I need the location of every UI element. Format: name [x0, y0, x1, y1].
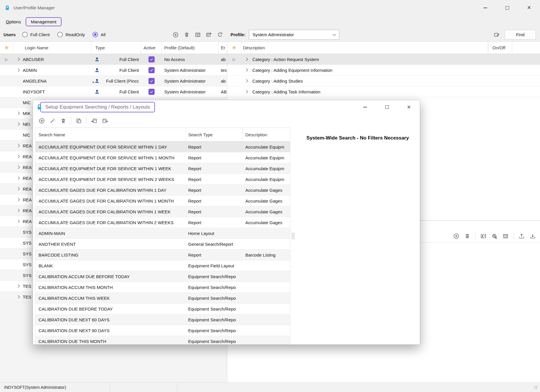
profile-dropdown[interactable]: System Administrator: [249, 30, 339, 40]
import-layout-button[interactable]: [91, 118, 97, 124]
search-row[interactable]: BARCODE LISTING Report Barcode Listing: [36, 250, 290, 260]
search-row[interactable]: ACCUMULATE GAGES DUE FOR CALIBRATION WIT…: [36, 185, 290, 196]
column-header-email[interactable]: Er: [219, 42, 227, 54]
search-row[interactable]: CALIBRATION DUE NEXT 60 DAYS Equipment S…: [36, 314, 290, 325]
user-row[interactable]: ▷ ADMIN +: [0, 65, 227, 76]
expand-row-icon[interactable]: [16, 198, 20, 201]
category-row[interactable]: ▷ Category : Adding Task Information: [227, 86, 540, 97]
web-user-button[interactable]: [491, 233, 498, 239]
expand-row-icon[interactable]: [16, 284, 20, 288]
column-header-type[interactable]: Type: [91, 42, 141, 54]
search-row[interactable]: ACCUMULATE EQUIPMENT DUE FOR SERVICE WIT…: [36, 163, 290, 174]
category-row[interactable]: ▷ Category : Adding Equipment Informatio…: [227, 65, 540, 76]
customization-sun-icon[interactable]: [231, 45, 237, 50]
column-header-login-name[interactable]: Login Name: [13, 42, 91, 54]
delete-permission-button[interactable]: [464, 233, 471, 239]
menu-management[interactable]: Management: [26, 17, 62, 26]
active-checkbox[interactable]: [148, 56, 155, 62]
user-row[interactable]: ▷ ANGELENA +: [0, 76, 227, 86]
export-button[interactable]: [518, 233, 525, 239]
column-header-description[interactable]: Description: [243, 128, 290, 141]
search-row[interactable]: ACCUMULATE EQUIPMENT DUE FOR SERVICE WIT…: [36, 152, 290, 163]
expand-row-icon[interactable]: [244, 58, 248, 61]
column-header-search-type[interactable]: Search Type: [186, 128, 243, 141]
expand-row-icon[interactable]: [16, 155, 20, 158]
expand-row-icon[interactable]: [16, 219, 20, 223]
search-row[interactable]: CALIBRATION ACCUM DUE BEFORE TODAY Equip…: [36, 271, 290, 282]
customization-sun-icon[interactable]: [4, 45, 9, 50]
customize-grid-button[interactable]: [206, 32, 212, 38]
expand-row-icon[interactable]: [16, 176, 20, 180]
expand-row-icon[interactable]: [16, 187, 20, 190]
close-button[interactable]: ✕: [518, 0, 540, 15]
radio-all[interactable]: All: [92, 32, 106, 37]
expand-row-icon[interactable]: [16, 111, 20, 115]
radio-readonly[interactable]: ReadOnly: [57, 32, 85, 37]
expand-row-icon[interactable]: [16, 122, 20, 126]
expand-row-icon[interactable]: [244, 68, 248, 72]
search-row[interactable]: ACCUMULATE GAGES DUE FOR CALIBRATION WIT…: [36, 217, 290, 228]
maximize-button[interactable]: [496, 0, 518, 15]
find-button[interactable]: Find: [505, 30, 536, 39]
minimize-button[interactable]: [474, 0, 496, 15]
radio-dot[interactable]: [57, 32, 63, 37]
active-checkbox[interactable]: [148, 67, 155, 73]
modify-search-button[interactable]: [49, 118, 56, 124]
search-row[interactable]: ANOTHER EVENT General Search/Report: [36, 239, 290, 250]
dialog-close-button[interactable]: ✕: [398, 100, 420, 114]
expand-row-icon[interactable]: [16, 144, 20, 147]
column-header-profile-default[interactable]: Profile (Default): [162, 42, 219, 54]
column-header-active[interactable]: Active: [141, 42, 162, 54]
search-row[interactable]: CALIBRATION ACCUM THIS MONTH Equipment S…: [36, 282, 290, 293]
expand-row-icon[interactable]: [244, 79, 248, 82]
expand-row-icon[interactable]: [244, 90, 248, 93]
radio-dot[interactable]: [22, 32, 28, 37]
expand-row-icon[interactable]: [16, 68, 20, 72]
search-row[interactable]: CALIBRATION DUE THIS MONTH Equipment Sea…: [36, 336, 290, 344]
dialog-minimize-button[interactable]: [354, 100, 376, 114]
category-row[interactable]: ▷ Category : Adding Studies: [227, 76, 540, 86]
add-search-button[interactable]: [39, 118, 45, 124]
menu-options[interactable]: Options: [3, 18, 24, 26]
user-row[interactable]: ▷ INDYSOFT +: [0, 86, 227, 97]
user-row[interactable]: ▷ ABCUSER +: [0, 54, 227, 65]
expand-row-icon[interactable]: [16, 165, 20, 169]
search-row[interactable]: ADMIN-MAIN Home Layout: [36, 228, 290, 239]
column-header-description[interactable]: Description: [241, 42, 488, 54]
user-card-button[interactable]: [480, 233, 487, 239]
expand-row-icon[interactable]: [16, 295, 20, 298]
expand-row-icon[interactable]: [16, 209, 20, 212]
column-header-search-name[interactable]: Search Name: [36, 128, 186, 141]
search-row[interactable]: CALIBRATION ACCUM THIS WEEK Equipment Se…: [36, 293, 290, 304]
search-row[interactable]: ACCUMULATE EQUIPMENT DUE FOR SERVICE WIT…: [36, 174, 290, 185]
delete-user-button[interactable]: [184, 32, 190, 38]
search-row[interactable]: ACCUMULATE EQUIPMENT DUE FOR SERVICE WIT…: [36, 142, 290, 152]
expand-row-icon[interactable]: [16, 58, 20, 61]
column-chooser-button[interactable]: [195, 32, 201, 38]
resize-grip[interactable]: [531, 383, 540, 392]
search-row[interactable]: CALIBRATION DUE BEFORE TODAY Equipment S…: [36, 304, 290, 314]
search-name-value: BLANK: [36, 263, 186, 268]
radio-full-client[interactable]: Full Client: [22, 32, 50, 37]
dialog-maximize-button[interactable]: [376, 100, 398, 114]
search-row[interactable]: BLANK Equipment Field Layout: [36, 260, 290, 271]
column-header-onoff[interactable]: On/Off: [488, 42, 512, 54]
refresh-button[interactable]: [217, 32, 223, 38]
export-layout-button[interactable]: [102, 118, 108, 124]
edit-profile-button[interactable]: [494, 32, 500, 38]
radio-dot[interactable]: [92, 32, 98, 37]
grid-layout-button[interactable]: [502, 233, 509, 239]
active-checkbox[interactable]: [148, 89, 155, 95]
pane-splitter[interactable]: [290, 128, 296, 344]
close-icon: ✕: [527, 5, 531, 10]
search-row[interactable]: ACCUMULATE GAGES DUE FOR CALIBRATION WIT…: [36, 206, 290, 217]
delete-search-button[interactable]: [60, 118, 67, 124]
active-checkbox[interactable]: [148, 78, 155, 84]
add-permission-button[interactable]: [453, 233, 459, 239]
add-user-button[interactable]: [172, 32, 179, 38]
search-row[interactable]: CALIBRATION DUE NEXT 90 DAYS Equipment S…: [36, 325, 290, 336]
category-row[interactable]: ▷ Category : Action Request System: [227, 54, 540, 65]
copy-search-button[interactable]: [76, 118, 82, 124]
import-button[interactable]: [529, 233, 536, 239]
search-row[interactable]: ACCUMULATE GAGES DUE FOR CALIBRATION WIT…: [36, 196, 290, 206]
